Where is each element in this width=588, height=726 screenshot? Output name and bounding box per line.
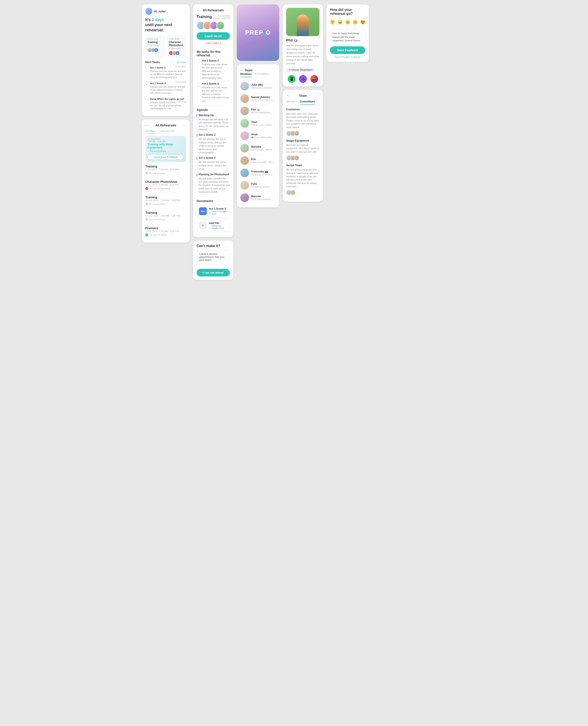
- status-x-icon: ✕: [145, 187, 148, 190]
- whatsapp-icon[interactable]: 📱: [288, 75, 295, 83]
- phil-tag[interactable]: ✂ Choreo Dreamteam: [286, 67, 315, 72]
- featured-rehearsal[interactable]: 29 Sept 2019 7:00 AM - 9:00 PM Training …: [145, 136, 186, 162]
- prepio-splash-card: PREPIO: [237, 4, 279, 61]
- member-avatar: [240, 169, 249, 177]
- rehearsal-list-item[interactable]: Premiere 3 Oct 2019 7:00 AM - 9:00 PM ✓ …: [145, 226, 186, 239]
- upload-icon: △: [209, 226, 211, 228]
- greeting-text: It's 2 days until your next rehearsal.: [145, 17, 186, 33]
- prepio-logo: PREPIO: [245, 29, 271, 36]
- agenda-item: Act 1 Scene 2 We will practice the scene…: [196, 133, 230, 154]
- task-checkbox[interactable]: [145, 97, 148, 100]
- back-arrow-icon[interactable]: ←: [286, 94, 290, 98]
- more-options-icon[interactable]: ···: [227, 8, 230, 13]
- all-rehearsals-title: All Rehearsals: [203, 8, 224, 12]
- google-drive-icon: △: [209, 211, 211, 214]
- emoji-very-bad[interactable]: 😤: [330, 18, 335, 26]
- emoji-bad[interactable]: 😠: [337, 18, 343, 26]
- agenda-bar: [196, 157, 197, 160]
- committee-member-avatar: [294, 155, 299, 161]
- agenda-bar: [196, 134, 197, 137]
- status-question-icon: ?: [145, 218, 148, 221]
- calendar-view-btn[interactable]: Calendar View: [159, 130, 175, 133]
- agenda-title: Agenda: [196, 108, 230, 111]
- rehearsal-list-item[interactable]: Character Photoshoot 7 Oct 2019 7:00 AM …: [145, 180, 186, 193]
- more-options-icon[interactable]: ···: [316, 93, 319, 98]
- team-members-card: ← Team ··· Members Committees Julie (Me)…: [237, 64, 279, 207]
- back-arrow-icon[interactable]: ←: [196, 8, 200, 12]
- documents-title: Documents: [196, 199, 230, 203]
- leave-feedback-button[interactable]: Leave your Feedback: [147, 154, 184, 160]
- committee-item-costumes: Costumes We make sure your costumes are …: [286, 108, 319, 136]
- count-me-in-button[interactable]: Count me in!: [196, 32, 230, 40]
- more-options-icon[interactable]: ···: [253, 68, 257, 72]
- task-checkbox[interactable]: [145, 66, 148, 69]
- all-rehearsals-list-card: ← All Rehearsals ··· List View | Calenda…: [142, 119, 190, 243]
- emoji-good[interactable]: 🙂: [353, 18, 358, 26]
- tab-committees[interactable]: Committees: [300, 100, 315, 105]
- send-feedback-button[interactable]: Send Feedback: [330, 46, 365, 54]
- cant-make-link[interactable]: I can't make it.: [196, 42, 230, 45]
- task-item: Act 1 Scene 3 3 Oct 2019 Practice your r…: [145, 81, 186, 95]
- member-item[interactable]: Julie (Me) AMA about costumes...: [240, 80, 276, 92]
- user-name: Hi, Julie!: [154, 10, 166, 13]
- add-file-icon: +: [199, 222, 207, 229]
- member-item[interactable]: Eric Geek and writer. Talk t...: [240, 154, 276, 167]
- agenda-bar: [196, 114, 197, 117]
- tab-members[interactable]: Members: [286, 100, 297, 105]
- rehearsal-list-item[interactable]: Training 10 Oct 2019 7:00 AM - 9:00 PM ?…: [145, 195, 186, 208]
- back-arrow-icon[interactable]: ←: [145, 123, 149, 127]
- feedback-card: How did your rehearsal go? 😤 😠 😐 🙂 😍 I a…: [327, 4, 369, 62]
- cant-attend-button[interactable]: I can not attend: [196, 269, 230, 276]
- member-avatar: [240, 156, 249, 165]
- member-item[interactable]: Marcelo DJ & video producer...: [240, 192, 276, 204]
- committee-item-stage: Stage Equipment We build and plan all eq…: [286, 139, 319, 161]
- emoji-rating-row: 😤 😠 😐 🙂 😍: [330, 18, 365, 26]
- task-item: Song 'When the Lights go out' 7 Oct 2019…: [145, 97, 186, 110]
- member-item[interactable]: Toan I dance. If you wanna...: [240, 117, 276, 130]
- member-avatar: [240, 82, 249, 90]
- task-checkbox[interactable]: [145, 82, 148, 85]
- member-avatar: [240, 119, 249, 128]
- doc-icon: doc: [199, 207, 207, 215]
- member-avatar: [240, 131, 249, 140]
- all-tasks-link[interactable]: All Tasks: [177, 61, 186, 63]
- back-arrow-icon[interactable]: ←: [240, 68, 244, 72]
- rehearsal-card-1[interactable]: 3 Oct 2019 Training 2 open tasks +4: [145, 36, 165, 57]
- task-row: Act 1 Scene 3 Practice your role, know t…: [196, 82, 230, 103]
- list-view-btn[interactable]: List View: [145, 130, 155, 133]
- member-avatar: [240, 144, 249, 152]
- committee-member-avatar: [294, 131, 299, 136]
- send-private-link[interactable]: Send Privately to Admin: [330, 56, 365, 58]
- instagram-icon[interactable]: 📷: [310, 75, 318, 83]
- more-options-icon[interactable]: ···: [183, 123, 186, 127]
- more-options-icon[interactable]: ···: [183, 9, 186, 14]
- member-item[interactable]: Marietta Love Design, I also ta...: [240, 142, 276, 154]
- cant-make-title: Can't make it?: [196, 244, 230, 248]
- tab-committees[interactable]: Committees: [255, 72, 269, 77]
- add-file-item[interactable]: + Add File △ Upload to Google Drive: [196, 219, 230, 232]
- tab-members[interactable]: Members: [240, 72, 252, 77]
- rehearsal-list-item[interactable]: Training 14 Oct 2019 7:00 AM - 9:00 PM ?…: [145, 211, 186, 224]
- tasks-section-title: My tasks for this rehearsal: [196, 50, 230, 57]
- phil-profile-card: Phil 🎲 aka the boardgame-guy. Apart from…: [283, 4, 323, 86]
- feedback-textarea[interactable]: I am so happy everybody helped with the …: [330, 29, 365, 43]
- user-avatar: [145, 8, 152, 15]
- emoji-great[interactable]: 😍: [360, 18, 365, 26]
- task-checkbox[interactable]: [196, 83, 200, 86]
- cant-make-textarea[interactable]: I have a doctors appointment. See you ne…: [196, 250, 230, 265]
- member-item[interactable]: Phil 🎲 aka the boardgame-...: [240, 105, 276, 117]
- member-item[interactable]: Amar 🎭 If you need acting-...: [240, 130, 276, 142]
- rehearsal-card-2[interactable]: 7 Oct 2019 Character Photoshoot 3 open t…: [167, 36, 186, 57]
- phil-photo: [286, 8, 319, 36]
- status-question-icon: ?: [145, 203, 148, 206]
- member-item[interactable]: Franceska 📸 Always up for photo-c...: [240, 167, 276, 179]
- member-avatar: [240, 181, 249, 190]
- twitch-icon[interactable]: 📺: [299, 75, 307, 83]
- member-item[interactable]: Felix Tomorrows world is...: [240, 179, 276, 192]
- emoji-neutral[interactable]: 😐: [345, 18, 350, 26]
- document-item[interactable]: doc Act 1 Scene 3 △ Open in Google Drive: [196, 205, 230, 217]
- task-checkbox[interactable]: [196, 60, 200, 63]
- attendee-avatar: [216, 21, 225, 29]
- rehearsal-list-item[interactable]: Training 3 Oct 2019 7:00 AM - 9:00 PM ? …: [145, 165, 186, 178]
- member-item[interactable]: Naomi (Admin) Music is love, music is...: [240, 92, 276, 105]
